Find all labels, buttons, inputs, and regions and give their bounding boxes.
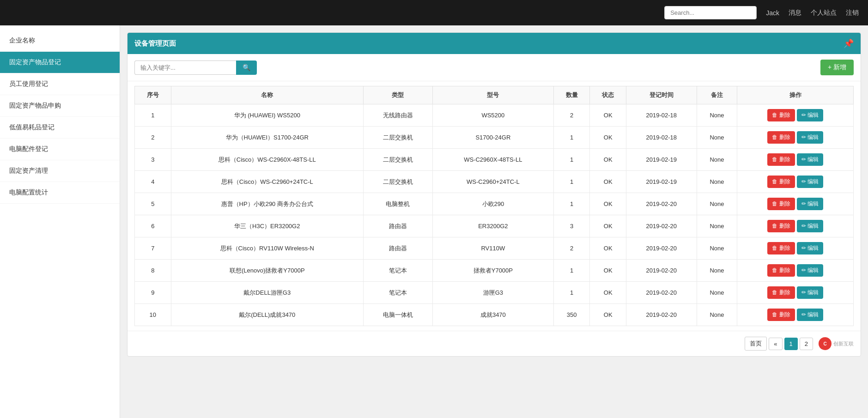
edit-button-9[interactable]: ✏ 编辑 bbox=[797, 309, 823, 321]
table-wrap: 序号名称类型型号数量状态登记时间备注操作 1华为 (HUAWEI) WS5200… bbox=[127, 81, 861, 331]
sidebar-item-4[interactable]: 低值易耗品登记 bbox=[0, 117, 120, 139]
col-header-4: 数量 bbox=[553, 86, 590, 104]
cell-0-1: 华为 (HUAWEI) WS5200 bbox=[171, 104, 363, 127]
nav-user[interactable]: Jack bbox=[766, 9, 779, 17]
page-btn-2[interactable]: 2 bbox=[800, 338, 813, 350]
sidebar-item-5[interactable]: 电脑配件登记 bbox=[0, 139, 120, 160]
table-row: 1华为 (HUAWEI) WS5200无线路由器WS52002OK2019-02… bbox=[135, 104, 854, 127]
edit-button-1[interactable]: ✏ 编辑 bbox=[797, 131, 823, 144]
action-cell-0: 🗑 删除✏ 编辑 bbox=[737, 104, 854, 127]
cell-4-0: 5 bbox=[135, 193, 171, 215]
pagination-first[interactable]: 首页 bbox=[745, 337, 767, 351]
layout: 企业名称固定资产物品登记员工使用登记固定资产物品申购低值易耗品登记电脑配件登记固… bbox=[0, 25, 868, 418]
edit-button-4[interactable]: ✏ 编辑 bbox=[797, 198, 823, 210]
cell-2-3: WS-C2960X-48TS-LL bbox=[432, 149, 553, 171]
delete-button-9[interactable]: 🗑 删除 bbox=[767, 309, 795, 321]
pagination-prev[interactable]: « bbox=[769, 338, 782, 350]
cell-4-6: 2019-02-20 bbox=[626, 193, 697, 215]
cell-9-2: 电脑一体机 bbox=[364, 304, 433, 326]
cell-0-6: 2019-02-18 bbox=[626, 104, 697, 127]
cell-7-7: None bbox=[697, 260, 737, 282]
cell-3-4: 1 bbox=[553, 171, 590, 193]
cell-9-5: OK bbox=[590, 304, 626, 326]
cell-5-3: ER3200G2 bbox=[432, 215, 553, 237]
cell-7-1: 联想(Lenovo)拯救者Y7000P bbox=[171, 260, 363, 282]
sidebar-item-6[interactable]: 固定资产清理 bbox=[0, 160, 120, 182]
top-nav: Jack 消息 个人站点 注销 bbox=[0, 0, 868, 25]
cell-1-0: 2 bbox=[135, 127, 171, 149]
page-btn-1[interactable]: 1 bbox=[784, 338, 798, 350]
page-header: 设备管理页面 📌 bbox=[127, 33, 861, 54]
col-header-3: 型号 bbox=[432, 86, 553, 104]
delete-button-3[interactable]: 🗑 删除 bbox=[767, 176, 795, 188]
cell-2-4: 1 bbox=[553, 149, 590, 171]
delete-button-2[interactable]: 🗑 删除 bbox=[767, 153, 795, 166]
cell-8-4: 1 bbox=[553, 282, 590, 304]
cell-6-2: 路由器 bbox=[364, 237, 433, 260]
sidebar: 企业名称固定资产物品登记员工使用登记固定资产物品申购低值易耗品登记电脑配件登记固… bbox=[0, 25, 120, 418]
col-header-8: 操作 bbox=[737, 86, 854, 104]
nav-logout[interactable]: 注销 bbox=[846, 9, 859, 17]
edit-button-2[interactable]: ✏ 编辑 bbox=[797, 153, 823, 166]
sidebar-item-1[interactable]: 固定资产物品登记 bbox=[0, 52, 120, 73]
cell-8-0: 9 bbox=[135, 282, 171, 304]
cell-9-7: None bbox=[697, 304, 737, 326]
cell-5-1: 华三（H3C）ER3200G2 bbox=[171, 215, 363, 237]
cell-6-5: OK bbox=[590, 237, 626, 260]
delete-button-6[interactable]: 🗑 删除 bbox=[767, 242, 795, 254]
delete-button-0[interactable]: 🗑 删除 bbox=[767, 109, 795, 121]
col-header-5: 状态 bbox=[590, 86, 626, 104]
cell-9-6: 2019-02-20 bbox=[626, 304, 697, 326]
cell-7-3: 拯救者Y7000P bbox=[432, 260, 553, 282]
toolbar: 🔍 + 新增 bbox=[127, 54, 861, 81]
add-button[interactable]: + 新增 bbox=[820, 60, 854, 75]
sidebar-item-2[interactable]: 员工使用登记 bbox=[0, 73, 120, 95]
edit-button-3[interactable]: ✏ 编辑 bbox=[797, 176, 823, 188]
cell-2-1: 思科（Cisco）WS-C2960X-48TS-LL bbox=[171, 149, 363, 171]
edit-button-8[interactable]: ✏ 编辑 bbox=[797, 286, 823, 299]
cell-5-4: 3 bbox=[553, 215, 590, 237]
col-header-2: 类型 bbox=[364, 86, 433, 104]
cell-7-2: 笔记本 bbox=[364, 260, 433, 282]
delete-button-4[interactable]: 🗑 删除 bbox=[767, 198, 795, 210]
delete-button-1[interactable]: 🗑 删除 bbox=[767, 131, 795, 144]
table-row: 5惠普（HP）小欧290 商务办公台式电脑整机小欧2901OK2019-02-2… bbox=[135, 193, 854, 215]
cell-2-2: 二层交换机 bbox=[364, 149, 433, 171]
nav-profile[interactable]: 个人站点 bbox=[811, 9, 837, 17]
cell-3-1: 思科（Cisco）WS-C2960+24TC-L bbox=[171, 171, 363, 193]
cell-5-6: 2019-02-20 bbox=[626, 215, 697, 237]
keyword-input[interactable] bbox=[134, 61, 236, 75]
delete-button-5[interactable]: 🗑 删除 bbox=[767, 220, 795, 232]
table-row: 6华三（H3C）ER3200G2路由器ER3200G23OK2019-02-20… bbox=[135, 215, 854, 237]
cell-3-7: None bbox=[697, 171, 737, 193]
edit-button-0[interactable]: ✏ 编辑 bbox=[797, 109, 823, 121]
search-button[interactable]: 🔍 bbox=[236, 61, 257, 75]
cell-5-0: 6 bbox=[135, 215, 171, 237]
delete-button-7[interactable]: 🗑 删除 bbox=[767, 264, 795, 277]
table-row: 9戴尔DELL游匣G3笔记本游匣G31OK2019-02-20None🗑 删除✏… bbox=[135, 282, 854, 304]
action-cell-3: 🗑 删除✏ 编辑 bbox=[737, 171, 854, 193]
delete-button-8[interactable]: 🗑 删除 bbox=[767, 286, 795, 299]
sidebar-item-3[interactable]: 固定资产物品申购 bbox=[0, 95, 120, 117]
table-row: 8联想(Lenovo)拯救者Y7000P笔记本拯救者Y7000P1OK2019-… bbox=[135, 260, 854, 282]
cell-4-3: 小欧290 bbox=[432, 193, 553, 215]
cell-5-7: None bbox=[697, 215, 737, 237]
col-header-7: 备注 bbox=[697, 86, 737, 104]
edit-button-6[interactable]: ✏ 编辑 bbox=[797, 242, 823, 254]
cell-5-2: 路由器 bbox=[364, 215, 433, 237]
cell-8-6: 2019-02-20 bbox=[626, 282, 697, 304]
sidebar-item-7[interactable]: 电脑配置统计 bbox=[0, 182, 120, 204]
edit-button-7[interactable]: ✏ 编辑 bbox=[797, 264, 823, 277]
pin-icon[interactable]: 📌 bbox=[844, 38, 854, 48]
search-input[interactable] bbox=[664, 6, 757, 19]
toolbar-left: 🔍 bbox=[134, 61, 257, 75]
sidebar-item-0[interactable]: 企业名称 bbox=[0, 30, 120, 52]
cell-3-5: OK bbox=[590, 171, 626, 193]
edit-button-5[interactable]: ✏ 编辑 bbox=[797, 220, 823, 232]
col-header-6: 登记时间 bbox=[626, 86, 697, 104]
cell-6-7: None bbox=[697, 237, 737, 260]
nav-messages[interactable]: 消息 bbox=[789, 9, 801, 17]
action-cell-8: 🗑 删除✏ 编辑 bbox=[737, 282, 854, 304]
table-row: 7思科（Cisco）RV110W Wireless-N路由器RV110W2OK2… bbox=[135, 237, 854, 260]
action-cell-9: 🗑 删除✏ 编辑 bbox=[737, 304, 854, 326]
